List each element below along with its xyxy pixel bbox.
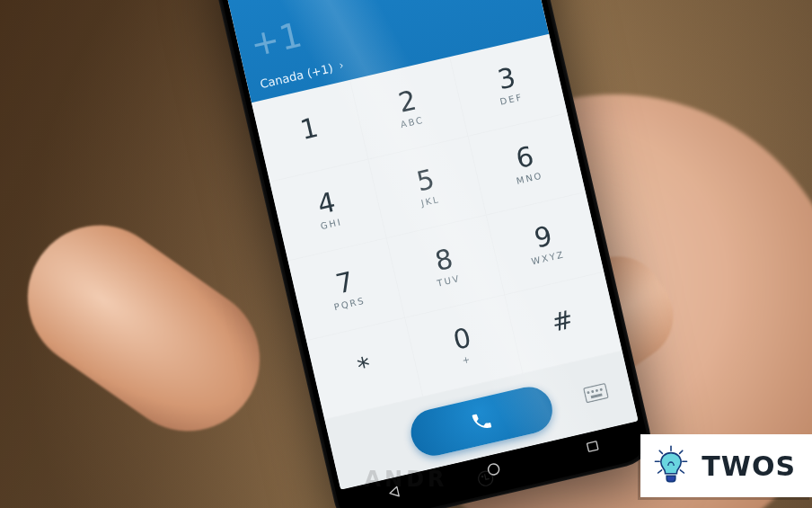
nav-recent[interactable] — [583, 438, 603, 459]
svg-line-16 — [660, 450, 663, 453]
svg-point-7 — [592, 391, 594, 393]
svg-line-17 — [680, 450, 683, 453]
keyboard-icon — [583, 382, 609, 403]
screen: +1 Canada (+1) 1 2ABC 3DEF 4GHI 5JKL 6MN… — [216, 0, 638, 490]
keypad: 1 2ABC 3DEF 4GHI 5JKL 6MNO 7PQRS 8TUV 9W… — [252, 34, 622, 420]
svg-point-14 — [481, 476, 484, 478]
nav-recent-icon — [583, 438, 602, 456]
watermark: ANDR — [364, 467, 447, 492]
svg-point-9 — [600, 388, 602, 390]
phone-device: +1 Canada (+1) 1 2ABC 3DEF 4GHI 5JKL 6MN… — [206, 0, 656, 508]
svg-point-8 — [596, 389, 597, 391]
phone-icon — [469, 408, 495, 434]
brand-badge: TWOS — [640, 434, 812, 497]
keyboard-toggle[interactable] — [583, 382, 610, 406]
svg-rect-10 — [591, 394, 601, 397]
lightbulb-icon — [649, 444, 693, 487]
svg-line-21 — [681, 470, 684, 473]
svg-line-20 — [658, 470, 662, 473]
chevron-right-icon — [337, 60, 345, 71]
thumb — [0, 197, 288, 459]
brand-text: TWOS — [702, 450, 796, 482]
svg-point-6 — [587, 392, 589, 394]
svg-rect-12 — [587, 441, 597, 451]
